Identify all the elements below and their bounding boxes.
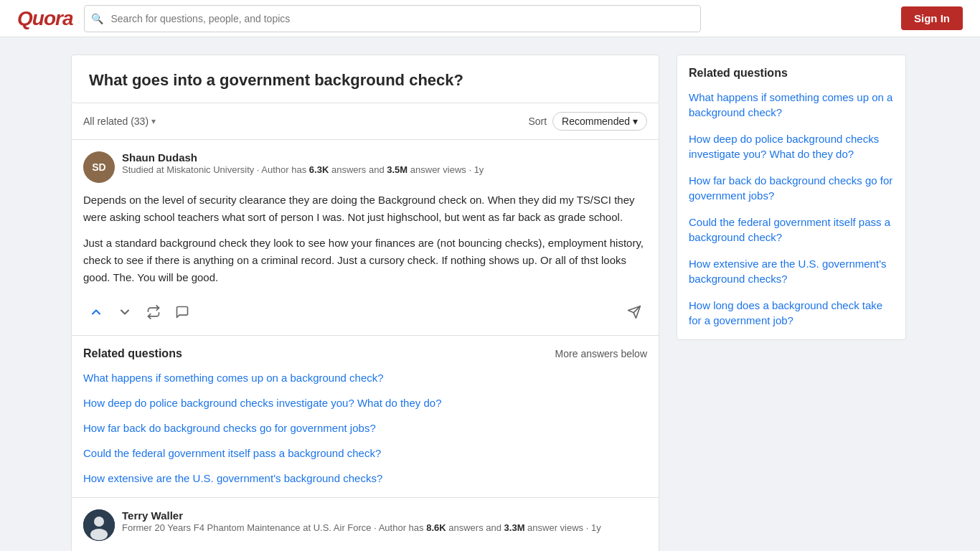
author-name-1: Shaun Dudash: [122, 151, 647, 164]
all-related-dropdown[interactable]: All related (33) ▾: [83, 116, 156, 127]
svg-point-4: [90, 529, 108, 540]
header-right: Sign In: [901, 6, 963, 30]
author-row-2: Terry Waller Former 20 Years F4 Phantom …: [83, 509, 647, 541]
sidebar-link-6[interactable]: How long does a background check take fo…: [689, 298, 894, 328]
sidebar-link-3[interactable]: How far back do background checks go for…: [689, 173, 894, 203]
all-related-label: All related (33): [83, 116, 149, 127]
sidebar-title: Related questions: [689, 67, 894, 80]
related-section-title: Related questions: [83, 347, 182, 360]
avatar-terry: [83, 509, 115, 541]
answer-card-1: SD Shaun Dudash Studied at Miskatonic Un…: [71, 140, 659, 336]
related-section-inline: Related questions More answers below Wha…: [71, 336, 659, 498]
upvote-button[interactable]: [83, 301, 109, 324]
share-button[interactable]: [621, 301, 647, 324]
comment-button[interactable]: [169, 301, 195, 324]
related-link-inline-4[interactable]: Could the federal government itself pass…: [83, 446, 647, 461]
center-column: What goes into a government background c…: [71, 55, 659, 551]
answer-para-2: Just a standard background check they lo…: [83, 235, 647, 286]
quora-logo: Quora: [17, 7, 72, 30]
related-link-inline-5[interactable]: How extensive are the U.S. government's …: [83, 471, 647, 486]
sidebar-link-5[interactable]: How extensive are the U.S. government's …: [689, 256, 894, 286]
reshare-button[interactable]: [141, 301, 166, 324]
search-icon: 🔍: [91, 13, 103, 24]
author-info-1: Shaun Dudash Studied at Miskatonic Unive…: [122, 151, 647, 176]
downvote-button[interactable]: [112, 301, 138, 324]
sidebar-link-2[interactable]: How deep do police background checks inv…: [689, 131, 894, 161]
sort-dropdown[interactable]: Recommended ▾: [552, 112, 647, 131]
answer-card-2: Terry Waller Former 20 Years F4 Phantom …: [71, 498, 659, 551]
sort-value: Recommended: [562, 116, 630, 127]
sidebar-link-1[interactable]: What happens if something comes up on a …: [689, 90, 894, 120]
sort-chevron-icon: ▾: [633, 116, 638, 127]
related-link-inline-1[interactable]: What happens if something comes up on a …: [83, 370, 647, 385]
right-sidebar: Related questions What happens if someth…: [677, 55, 906, 340]
site-header: Quora 🔍 Sign In: [0, 0, 980, 37]
author-name-2: Terry Waller: [122, 509, 647, 522]
author-meta-1: Studied at Miskatonic University · Autho…: [122, 164, 647, 176]
answer-text-1: Depends on the level of security clearan…: [83, 192, 647, 286]
related-link-inline-3[interactable]: How far back do background checks go for…: [83, 420, 647, 435]
related-header-inline: Related questions More answers below: [83, 347, 647, 360]
search-input[interactable]: [84, 5, 701, 32]
avatar-shaun: SD: [83, 151, 115, 183]
sort-area: Sort Recommended ▾: [528, 112, 647, 131]
sign-in-button[interactable]: Sign In: [901, 6, 963, 30]
author-row-1: SD Shaun Dudash Studied at Miskatonic Un…: [83, 151, 647, 183]
filter-bar: All related (33) ▾ Sort Recommended ▾: [71, 103, 659, 140]
question-box: What goes into a government background c…: [71, 55, 659, 103]
sort-label: Sort: [528, 116, 547, 127]
svg-point-3: [94, 517, 104, 527]
author-info-2: Terry Waller Former 20 Years F4 Phantom …: [122, 509, 647, 534]
search-bar-container: 🔍: [84, 5, 701, 32]
main-container: What goes into a government background c…: [60, 37, 920, 551]
more-answers-label: More answers below: [555, 348, 647, 359]
author-meta-2: Former 20 Years F4 Phantom Maintenance a…: [122, 522, 647, 534]
question-title: What goes into a government background c…: [89, 70, 641, 91]
sidebar-box: Related questions What happens if someth…: [677, 55, 906, 340]
sidebar-link-4[interactable]: Could the federal government itself pass…: [689, 215, 894, 245]
chevron-down-icon: ▾: [151, 116, 156, 126]
action-bar-1: [83, 295, 647, 324]
answer-para-1: Depends on the level of security clearan…: [83, 192, 647, 226]
related-link-inline-2[interactable]: How deep do police background checks inv…: [83, 395, 647, 410]
